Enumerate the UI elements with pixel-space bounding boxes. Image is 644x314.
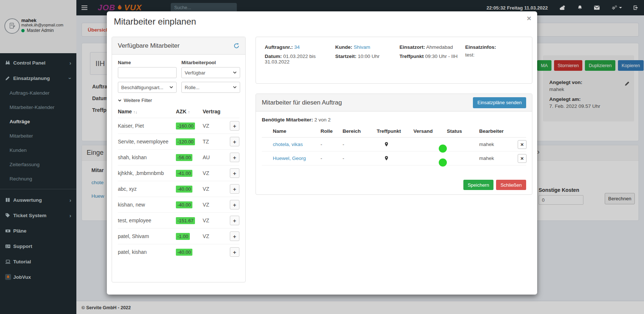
toggle-knob — [439, 145, 447, 153]
start-time-label: Startzeit: — [335, 54, 357, 59]
add-employee-button[interactable]: + — [230, 137, 239, 146]
chevron-down-icon — [118, 99, 122, 102]
role-select[interactable]: Rolle... — [181, 82, 240, 93]
azk-badge: -40.00 — [176, 201, 192, 208]
column-header-vertrag[interactable]: Vertrag — [203, 109, 222, 114]
available-employee-row: test, employee-151.67VZ+ — [118, 212, 239, 228]
assigned-table-header: Name Rolle Bereich Treffpunkt Versand St… — [262, 128, 526, 138]
available-card-header: Verfügbare Mitarbeiter — [112, 37, 245, 55]
available-employee-row: kishan, new-40.00VZ+ — [118, 197, 239, 212]
sort-up-icon: ↑ — [188, 110, 190, 114]
order-number-link[interactable]: 34 — [294, 44, 300, 50]
role-cell: - — [321, 142, 343, 147]
contract-type: TZ — [203, 139, 222, 145]
more-filters-label: Weitere Filter — [124, 98, 152, 103]
employee-name: patel, Shivam — [118, 233, 176, 239]
assigned-employee-row: chotela, vikas--mahek× — [262, 138, 526, 151]
col-versand: Versand — [413, 128, 447, 134]
add-employee-button[interactable]: + — [230, 184, 239, 194]
col-status: Status — [447, 128, 479, 134]
close-button[interactable]: Schließen — [496, 180, 526, 190]
required-employees-value: 2 von 2 — [314, 117, 330, 123]
employee-name: kjhkhk, ,bmbmnbmb — [118, 170, 176, 176]
add-employee-button[interactable]: + — [230, 231, 239, 241]
azk-badge: -1.00 — [176, 233, 190, 240]
schedule-employees-modal: × Mitarbeiter einplanen Verfügbare Mitar… — [107, 11, 537, 295]
refresh-icon[interactable] — [234, 43, 239, 49]
available-employee-row: abc, xyz-40.00VZ+ — [118, 181, 239, 197]
azk-badge: -40.00 — [176, 186, 192, 193]
assigned-employee-link[interactable]: Huewel, Georg — [273, 156, 321, 161]
required-employees: Benötigte Mitarbeiter: 2 von 2 — [262, 117, 526, 123]
assigned-card-title: Mitarbeiter für diesen Auftrag — [262, 99, 342, 106]
sort-both-icon: ↑↓ — [133, 110, 137, 114]
available-rows: Kaiser, Piet-160.00VZ+Servite, newemploy… — [118, 118, 239, 260]
add-employee-button[interactable]: + — [230, 168, 239, 178]
map-marker-icon[interactable] — [384, 142, 413, 147]
pool-select[interactable]: Verfügbar — [181, 67, 240, 78]
map-marker-icon[interactable] — [384, 156, 413, 161]
infos-value: test: — [465, 52, 528, 58]
available-employee-row: patel, Shivam-1.00VZ+ — [118, 228, 239, 244]
assigned-employee-row: Huewel, Georg--mahek× — [262, 151, 526, 165]
contract-type: AU — [203, 154, 222, 160]
save-button[interactable]: Speichern — [463, 180, 494, 190]
available-employees-table: Name ↑↓ AZK ↑ Vertrag Kaiser, Piet-160.0… — [118, 109, 239, 260]
customer-link[interactable]: Shivam — [354, 44, 370, 50]
azk-badge: -41.00 — [176, 170, 192, 177]
azk-badge: -56.00 — [176, 154, 192, 161]
available-employees-card: Verfügbare Mitarbeiter Name Mitarbeiterp… — [112, 37, 246, 282]
add-employee-button[interactable]: + — [230, 247, 239, 257]
employment-type-select[interactable]: Beschäftigungsart... — [118, 82, 177, 93]
assigned-employee-link[interactable]: chotela, vikas — [273, 142, 321, 147]
column-header-azk[interactable]: AZK ↑ — [176, 109, 203, 114]
start-time-value: 10:00 Uhr — [358, 54, 380, 59]
contract-type: VZ — [203, 170, 222, 176]
remove-employee-button[interactable]: × — [518, 140, 527, 149]
assigned-rows: chotela, vikas--mahek×Huewel, Georg--mah… — [262, 138, 526, 165]
col-bearbeiter: Bearbeiter — [479, 128, 518, 134]
azk-badge: -151.67 — [176, 217, 195, 224]
employee-name: abc, xyz — [118, 186, 176, 192]
assigned-card-body: Benötigte Mitarbeiter: 2 von 2 Name Roll… — [256, 112, 532, 195]
role-cell: - — [321, 156, 343, 161]
add-employee-button[interactable]: + — [230, 153, 239, 162]
employee-name: patel, kishan — [118, 249, 176, 255]
col-rolle: Rolle — [321, 128, 343, 134]
name-filter-label: Name — [118, 60, 177, 65]
contract-type: VZ — [203, 202, 222, 208]
available-employee-row: Servite, newemployee-120.00TZ+ — [118, 134, 239, 149]
toggle-knob — [439, 158, 447, 167]
add-employee-button[interactable]: + — [230, 200, 239, 209]
location-value: Ahmedabad — [426, 44, 453, 50]
area-cell: - — [343, 156, 377, 161]
assigned-employees-card: Mitarbeiter für diesen Auftrag Einsatzpl… — [256, 94, 532, 195]
close-icon[interactable]: × — [527, 14, 531, 22]
order-col-4: Einsatzinfos: test: — [465, 44, 532, 65]
contract-type: VZ — [203, 186, 222, 192]
column-header-name[interactable]: Name ↑↓ — [118, 109, 176, 114]
meeting-point-value: 09:30 Uhr - IIH — [425, 54, 458, 59]
editor-cell: mahek — [479, 142, 518, 147]
name-filter-input[interactable] — [118, 67, 177, 78]
app-screen: mahek mahek.iih@yopmail.com Master Admin… — [0, 0, 644, 314]
more-filters-toggle[interactable]: Weitere Filter — [118, 98, 239, 103]
assigned-actions: Speichern Schließen — [463, 180, 526, 190]
required-employees-label: Benötigte Mitarbeiter: — [262, 117, 313, 123]
remove-employee-button[interactable]: × — [518, 154, 527, 163]
available-employee-row: kjhkhk, ,bmbmnbmb-41.00VZ+ — [118, 165, 239, 181]
available-card-body: Name Mitarbeiterpool Verfügbar Beschäfti… — [112, 55, 245, 265]
infos-label: Einsatzinfos: — [465, 44, 528, 50]
send-schedules-button[interactable]: Einsatzpläne senden — [473, 97, 526, 108]
customer-label: Kunde: — [335, 44, 352, 50]
date-label: Datum: — [265, 54, 282, 59]
employment-type-value: Beschäftigungsart... — [121, 85, 163, 90]
employee-name: test, employee — [118, 218, 176, 223]
add-employee-button[interactable]: + — [230, 216, 239, 225]
add-employee-button[interactable]: + — [230, 121, 239, 131]
order-col-2: Kunde: Shivam Startzeit: 10:00 Uhr — [335, 44, 399, 65]
assigned-card-header: Mitarbeiter für diesen Auftrag Einsatzpl… — [256, 94, 532, 112]
available-employee-row: Kaiser, Piet-160.00VZ+ — [118, 118, 239, 134]
available-employee-row: shah, kishan-56.00AU+ — [118, 149, 239, 165]
azk-badge: -40.00 — [176, 249, 192, 256]
